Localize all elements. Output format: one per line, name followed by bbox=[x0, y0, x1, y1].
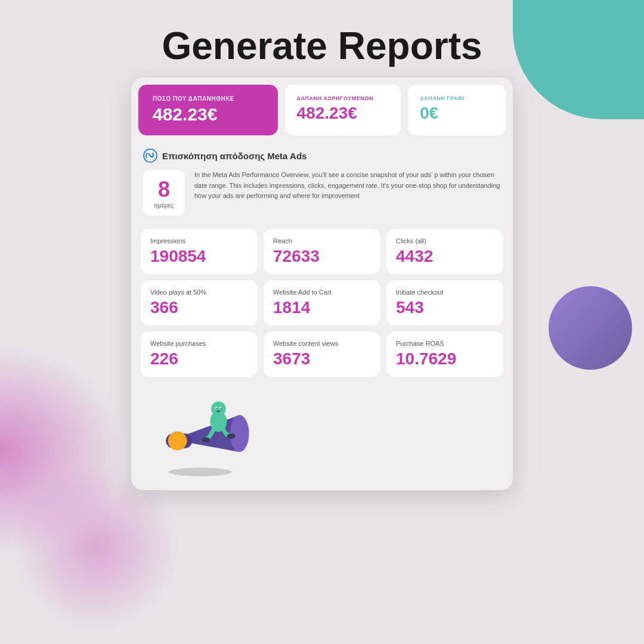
days-number: 8 bbox=[158, 177, 170, 202]
stat-impressions-label: Impressions bbox=[150, 237, 248, 244]
stat-clicks-label: Clicks (all) bbox=[396, 237, 494, 244]
overview-title: Επισκόπηση απόδοσης Meta Ads bbox=[162, 151, 306, 161]
svg-point-4 bbox=[168, 431, 187, 450]
svg-point-11 bbox=[202, 437, 210, 442]
stat-video-plays-value: 366 bbox=[150, 298, 248, 317]
stat-reach-value: 72633 bbox=[273, 247, 371, 266]
svg-point-12 bbox=[227, 434, 236, 439]
stat-initiate-checkout-label: Initiate checkout bbox=[396, 289, 494, 296]
metric-sponsored-value: 482.23€ bbox=[297, 104, 389, 123]
stat-clicks: Clicks (all) 4432 bbox=[386, 229, 503, 274]
stat-website-purchases: Website purchases 226 bbox=[141, 332, 258, 377]
stat-purchase-roas: Purchase ROAS 10.7629 bbox=[386, 332, 503, 377]
overview-description: In the Meta Ads Performance Overview, yo… bbox=[194, 170, 501, 202]
stat-content-views: Website content views 3673 bbox=[264, 332, 380, 377]
svg-point-10 bbox=[221, 408, 222, 409]
stat-video-plays: Video plays at 50% 366 bbox=[141, 280, 258, 326]
stat-website-purchases-value: 226 bbox=[150, 349, 248, 369]
overview-header: Επισκόπηση απόδοσης Meta Ads bbox=[143, 148, 501, 163]
days-label: ημέρες bbox=[154, 202, 174, 209]
stat-add-to-cart-label: Website Add to Cart bbox=[273, 289, 371, 296]
stat-video-plays-label: Video plays at 50% bbox=[150, 289, 248, 296]
days-badge: 8 ημέρες bbox=[143, 170, 185, 216]
stat-initiate-checkout-value: 543 bbox=[396, 298, 494, 317]
top-metrics-row: ΠΟΣΟ ΠΟΥ ΔΑΠΑΝΗΘΗΚΕ 482.23€ ΔΑΠΑΝΗ ΧΟΡΗΓ… bbox=[131, 78, 513, 143]
metric-graphic-value: 0€ bbox=[420, 104, 494, 123]
stat-reach: Reach 72633 bbox=[264, 229, 380, 274]
stat-initiate-checkout: Initiate checkout 543 bbox=[386, 280, 503, 326]
metric-sponsored-label: ΔΑΠΑΝΗ ΧΟΡΗΓΟΥΜΕΝΩΝ bbox=[297, 95, 389, 101]
svg-point-1 bbox=[169, 467, 232, 476]
stat-content-views-label: Website content views bbox=[273, 340, 371, 347]
stat-impressions: Impressions 190854 bbox=[141, 229, 258, 274]
main-card: ΠΟΣΟ ΠΟΥ ΔΑΠΑΝΗΘΗΚΕ 482.23€ ΔΑΠΑΝΗ ΧΟΡΗΓ… bbox=[131, 78, 513, 490]
metric-sponsored: ΔΑΠΑΝΗ ΧΟΡΗΓΟΥΜΕΝΩΝ 482.23€ bbox=[285, 85, 401, 135]
overview-section: Επισκόπηση απόδοσης Meta Ads 8 ημέρες In… bbox=[131, 143, 513, 225]
metric-spent: ΠΟΣΟ ΠΟΥ ΔΑΠΑΝΗΘΗΚΕ 482.23€ bbox=[138, 85, 278, 135]
stat-content-views-value: 3673 bbox=[273, 349, 371, 369]
metric-graphic: ΔΑΠΑΝΗ ΓΡΑΦΙ 0€ bbox=[408, 85, 506, 135]
stat-purchase-roas-value: 10.7629 bbox=[396, 349, 494, 369]
stat-purchase-roas-label: Purchase ROAS bbox=[396, 340, 494, 347]
stat-website-purchases-label: Website purchases bbox=[150, 340, 248, 347]
stat-add-to-cart-value: 1814 bbox=[273, 298, 371, 317]
stat-clicks-value: 4432 bbox=[396, 247, 494, 266]
svg-point-6 bbox=[211, 401, 226, 416]
meta-icon bbox=[143, 148, 157, 163]
stat-add-to-cart: Website Add to Cart 1814 bbox=[264, 280, 380, 326]
metric-graphic-label: ΔΑΠΑΝΗ ΓΡΑΦΙ bbox=[420, 95, 494, 101]
svg-point-9 bbox=[216, 408, 218, 409]
mascot-illustration bbox=[149, 389, 256, 478]
overview-body: 8 ημέρες In the Meta Ads Performance Ove… bbox=[143, 170, 501, 216]
purple-decoration bbox=[549, 286, 632, 370]
page-title: Generate Reports bbox=[0, 0, 644, 86]
stats-grid: Impressions 190854 Reach 72633 Clicks (a… bbox=[131, 229, 513, 377]
metric-spent-label: ΠΟΣΟ ΠΟΥ ΔΑΠΑΝΗΘΗΚΕ bbox=[153, 95, 264, 102]
svg-point-3 bbox=[230, 415, 249, 452]
stat-reach-label: Reach bbox=[273, 237, 371, 244]
metric-spent-value: 482.23€ bbox=[153, 104, 264, 125]
stat-impressions-value: 190854 bbox=[150, 247, 248, 266]
mascot-area bbox=[131, 383, 513, 478]
